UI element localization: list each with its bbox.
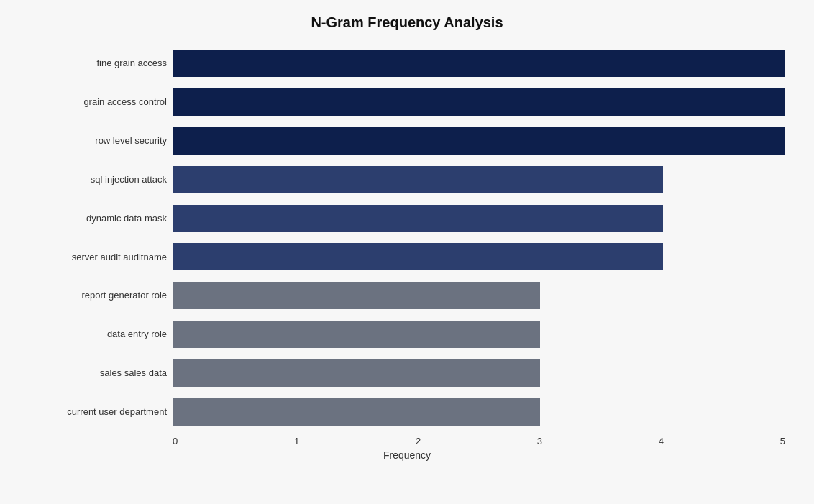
x-tick: 4 xyxy=(659,436,664,446)
chart-container: N-Gram Frequency Analysis fine grain acc… xyxy=(0,0,814,504)
chart-title: N-Gram Frequency Analysis xyxy=(311,14,503,31)
bar xyxy=(173,166,663,193)
x-ticks: 012345 xyxy=(29,436,785,446)
bar-row xyxy=(173,319,785,349)
x-tick: 0 xyxy=(173,436,178,446)
plot-wrapper xyxy=(173,44,785,431)
bar xyxy=(173,282,540,309)
x-tick: 5 xyxy=(780,436,785,446)
bar-row xyxy=(173,358,785,388)
y-axis: fine grain accessgrain access controlrow… xyxy=(29,44,173,431)
bar-row xyxy=(173,48,785,78)
bar xyxy=(173,127,785,155)
plot-area xyxy=(173,44,785,431)
y-label: server audit auditname xyxy=(72,238,167,275)
bar xyxy=(173,243,663,270)
bar-row xyxy=(173,203,785,234)
y-label: report generator role xyxy=(81,277,167,314)
x-tick: 3 xyxy=(537,436,542,446)
bar xyxy=(173,321,540,348)
bar-row xyxy=(173,87,785,117)
y-label: grain access control xyxy=(83,83,167,121)
y-label: fine grain access xyxy=(96,45,167,82)
chart-body: fine grain accessgrain access controlrow… xyxy=(29,44,785,431)
bar-row xyxy=(173,242,785,272)
x-axis-area: 012345 Frequency xyxy=(29,436,785,461)
x-axis-label: Frequency xyxy=(29,449,785,461)
y-label: row level security xyxy=(95,122,167,160)
y-label: sql injection attack xyxy=(91,161,167,198)
bar xyxy=(173,359,540,387)
bar-row xyxy=(173,397,785,427)
y-label: current user department xyxy=(67,393,167,431)
y-label: sales sales data xyxy=(100,354,167,392)
y-label: dynamic data mask xyxy=(86,200,167,237)
y-label: data entry role xyxy=(107,316,167,353)
bar-row xyxy=(173,280,785,311)
bar xyxy=(173,88,785,116)
bar-row xyxy=(173,165,785,195)
x-tick: 2 xyxy=(416,436,421,446)
bar xyxy=(173,398,540,426)
x-tick: 1 xyxy=(294,436,299,446)
bar-row xyxy=(173,126,785,156)
bar xyxy=(173,50,785,77)
bar xyxy=(173,205,663,232)
